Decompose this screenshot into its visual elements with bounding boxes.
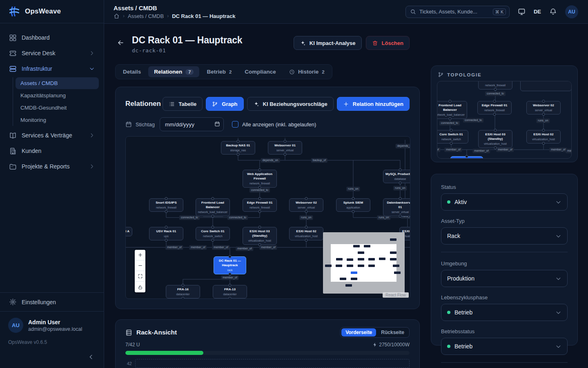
user-card[interactable]: AU Admin User admin@opsweave.local: [0, 312, 104, 335]
add-relation-button[interactable]: Relation hinzufügen: [337, 97, 410, 111]
sidebar-item-settings[interactable]: Einstellungen: [0, 293, 104, 311]
graph-node-ed-a[interactable]: ed A: [125, 227, 132, 236]
field-label-betriebsstatus: Betriebsstatus: [441, 328, 568, 334]
ki-impact-button[interactable]: KI Impact-Analyse: [294, 36, 362, 50]
rack-unit-number: 42: [125, 361, 132, 366]
node-subtitle: network_firewall: [245, 182, 275, 185]
lock-button[interactable]: [135, 282, 145, 292]
rack-empty-slot[interactable]: [135, 359, 410, 368]
graph-node-dc-rack-01-hauptrack[interactable]: DC Rack 01 — Hauptrackrack: [214, 256, 246, 274]
graph-node-backup-nas-01[interactable]: Backup NAS 01storage_nas: [221, 141, 255, 155]
graph-node-dc-rack-01-hauptrack[interactable]: DC Rack 01 — Hauptrackrack: [450, 156, 483, 159]
plus-icon: [343, 101, 349, 107]
tab-betrieb[interactable]: Betrieb2: [201, 66, 237, 77]
sidebar-subitem-assets-cmdb[interactable]: Assets / CMDB: [16, 77, 99, 89]
tab-details[interactable]: Details: [117, 66, 147, 77]
tab-label: Details: [123, 69, 141, 75]
minimap-viewport[interactable]: [331, 244, 396, 282]
graph-node-mysql-production[interactable]: MySQL Productiondatabase: [383, 170, 410, 183]
graph-node-core-switch-01[interactable]: Core Switch 01network_switch: [196, 227, 230, 240]
home-icon[interactable]: [114, 13, 120, 19]
sidebar-item-infrastruktur[interactable]: Infrastruktur: [5, 61, 99, 76]
select-betriebsstatus[interactable]: Betrieb: [441, 338, 568, 355]
topology-preview[interactable]: connected_toconnected_toconnected_toruns…: [437, 81, 572, 159]
delete-button[interactable]: Löschen: [366, 36, 410, 50]
topbar-avatar[interactable]: AU: [565, 5, 578, 18]
graph-node-datenbankserver-01[interactable]: Datenbankserver 01server_virtual: [383, 198, 410, 216]
graph-minimap[interactable]: [323, 232, 405, 294]
edge-label: connected_to: [439, 121, 460, 126]
sidebar-item-service-desk[interactable]: Service Desk: [5, 45, 99, 61]
graph-node-splunk-siem[interactable]: Splunk SIEMapplication: [336, 198, 370, 212]
tab-compliance[interactable]: Compliance: [239, 66, 282, 77]
divider: [441, 252, 568, 252]
graph-node-core-switch-01[interactable]: Core Switch 01network_switch: [437, 130, 468, 144]
edge-label: connected_to: [463, 118, 483, 123]
graph-node-webserver-02[interactable]: Webserver 02server_virtual: [526, 101, 561, 114]
select-status[interactable]: Aktiv: [441, 193, 568, 211]
bell-icon[interactable]: [549, 8, 557, 16]
history-icon: [289, 69, 295, 75]
field-label-asset-typ: Asset-Typ: [441, 218, 568, 224]
rack-view-panel: Rack-Ansicht Vorderseite Rückseite 7/42 …: [115, 319, 420, 368]
table-view-button[interactable]: Tabelle: [163, 97, 203, 111]
display-icon[interactable]: [518, 8, 526, 16]
graph-node-empty[interactable]: [520, 81, 572, 91]
graph-node-esxi-host-02[interactable]: ESXi Host 02virtualization_host: [526, 130, 561, 144]
graph-node-webserver-01[interactable]: Webserver 01server_virtual: [268, 141, 302, 155]
select-umgebung[interactable]: Produktion: [441, 270, 568, 287]
node-title: Webserver 02: [296, 201, 317, 204]
tab-relationen[interactable]: Relationen7: [148, 66, 199, 77]
sidebar-subitem-monitoring[interactable]: Monitoring: [16, 114, 99, 126]
graph-node-edge-firewall-01[interactable]: Edge Firewall 01network_firewall: [477, 101, 512, 114]
graph-node-webserver-02[interactable]: Webserver 02server_virtual: [289, 198, 323, 212]
graph-node-web-application-firewall[interactable]: Web Application Firewallnetwork_firewall: [243, 170, 277, 188]
node-title: Splunk SIEM: [343, 201, 363, 204]
sidebar-item-kunden[interactable]: Kunden: [5, 143, 99, 159]
sidebar-item-dashboard[interactable]: Dashboard: [5, 30, 99, 45]
tab-historie[interactable]: Historie2: [283, 66, 330, 77]
breadcrumb-item[interactable]: Assets / CMDB: [128, 13, 164, 19]
graph-node-esxi-host-03-standby[interactable]: ESXi Host 03 (Standby)virtualization_hos…: [243, 227, 277, 245]
breadcrumb-item[interactable]: DC Rack 01 — Hauptrack: [172, 13, 235, 19]
graph-node-fra-16[interactable]: FRA-16datacenter: [166, 285, 200, 298]
graph-view-button[interactable]: Graph: [206, 97, 243, 111]
minimap-node-mark: [336, 258, 343, 260]
topbar: Assets / CMDB ›Assets / CMDB›DC Rack 01 …: [104, 0, 588, 24]
graph-node-snort-ids-ips[interactable]: Snort IDS/IPSnetwork_firewall: [149, 198, 183, 212]
graph-node-esxi-host-02[interactable]: ESXi Host 02virtualization_host: [289, 227, 323, 240]
sidebar-subitem-kapazitätsplanung[interactable]: Kapazitätsplanung: [16, 90, 99, 101]
back-button[interactable]: [115, 37, 126, 48]
graph-node-frontend-load-balancer[interactable]: Frontend Load Balancernetwork_load_balan…: [196, 198, 230, 216]
sidebar-item-services-verträge[interactable]: Services & Verträge: [5, 128, 99, 143]
select-asset-typ[interactable]: Rack: [441, 227, 568, 245]
rack-power: 2750/10000W: [372, 342, 410, 348]
global-search[interactable]: ⌘ K: [405, 6, 510, 18]
sidebar-item-projekte-reports[interactable]: Projekte & Reports: [5, 159, 99, 174]
zoom-in-button[interactable]: [135, 250, 145, 260]
select-lebenszyklusphase[interactable]: Betrieb: [441, 304, 568, 321]
graph-node-edge-firewall-01[interactable]: Edge Firewall 01network_firewall: [243, 198, 277, 212]
graph-node-fra-13[interactable]: FRA-13datacenter: [213, 285, 247, 298]
sidebar-collapse-button[interactable]: [86, 352, 96, 362]
graph-node-web-application-firewall[interactable]: Web Application Firewallnetwork_firewall: [478, 81, 512, 90]
graph-node-usv-rack-01[interactable]: USV Rack 01ups: [149, 227, 183, 240]
fit-view-button[interactable]: [135, 271, 145, 282]
ki-suggestions-button[interactable]: KI Beziehungsvorschläge: [247, 97, 334, 111]
language-toggle[interactable]: DE: [534, 9, 541, 15]
zoom-out-button[interactable]: [135, 260, 145, 271]
node-subtitle: network_switch: [437, 137, 466, 141]
relations-graph-canvas[interactable]: React Flow depends_ondepends_onbackup_of…: [125, 136, 410, 299]
back-side-option[interactable]: Rückseite: [377, 328, 408, 337]
select-value: Produktion: [447, 275, 474, 282]
graph-node-frontend-load-balancer[interactable]: Frontend Load Balancernetwork_load_balan…: [437, 101, 467, 119]
graph-node-esxi-host-03-standby[interactable]: ESXi Host 03 (Standby)virtualization_hos…: [478, 130, 512, 148]
minimap-node-mark: [347, 258, 353, 261]
chevron-down-icon: [555, 276, 561, 282]
show-all-checkbox[interactable]: [232, 121, 238, 128]
sidebar-subitem-cmdb-gesundheit[interactable]: CMDB-Gesundheit: [16, 102, 99, 114]
search-input[interactable]: [419, 9, 490, 15]
graph-icon: [212, 101, 218, 107]
tab-bar: DetailsRelationen7Betrieb2ComplianceHist…: [115, 64, 332, 79]
front-side-option[interactable]: Vorderseite: [341, 328, 376, 337]
